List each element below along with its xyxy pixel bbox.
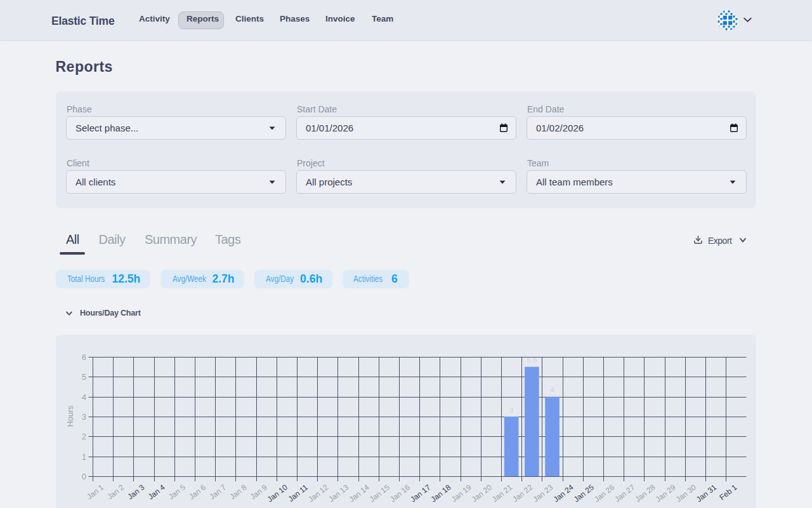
svg-text:Jan 16: Jan 16 [388,483,412,504]
svg-text:0: 0 [82,472,86,481]
svg-text:Jan 21: Jan 21 [490,483,514,504]
svg-text:Jan 27: Jan 27 [613,483,636,504]
svg-text:Jan 4: Jan 4 [147,483,167,501]
svg-text:Jan 17: Jan 17 [409,483,432,504]
svg-text:Jan 26: Jan 26 [593,483,616,504]
svg-text:2: 2 [82,432,86,441]
svg-text:Jan 2: Jan 2 [105,483,126,501]
svg-text:Jan 25: Jan 25 [572,483,596,504]
svg-text:Hours: Hours [66,406,75,427]
svg-text:Jan 18: Jan 18 [429,483,452,504]
svg-text:Jan 3: Jan 3 [126,483,147,501]
svg-text:1: 1 [82,453,86,462]
svg-text:Jan 7: Jan 7 [207,483,228,501]
svg-text:Jan 1: Jan 1 [85,483,105,501]
svg-text:Feb 1: Feb 1 [717,483,738,502]
svg-text:Jan 10: Jan 10 [266,483,289,504]
svg-text:Jan 6: Jan 6 [187,483,207,501]
svg-text:Jan 23: Jan 23 [531,483,554,504]
svg-text:Jan 15: Jan 15 [368,483,391,504]
svg-text:Jan 20: Jan 20 [470,483,494,504]
svg-text:Jan 19: Jan 19 [450,483,473,504]
svg-text:Jan 28: Jan 28 [633,483,657,504]
svg-text:Jan 12: Jan 12 [306,483,330,504]
svg-text:6: 6 [82,353,86,362]
svg-text:Jan 5: Jan 5 [167,483,187,501]
svg-text:Jan 30: Jan 30 [674,483,698,504]
svg-text:Jan 8: Jan 8 [228,483,249,501]
svg-text:4: 4 [82,393,86,402]
svg-text:Jan 11: Jan 11 [287,483,310,504]
svg-text:Jan 13: Jan 13 [327,483,350,504]
svg-text:Jan 9: Jan 9 [249,483,269,501]
svg-text:4: 4 [550,386,554,394]
svg-text:5: 5 [82,373,86,382]
svg-text:Jan 24: Jan 24 [552,483,575,504]
svg-text:Jan 31: Jan 31 [695,483,718,504]
svg-text:Jan 14: Jan 14 [348,483,371,504]
svg-text:Jan 22: Jan 22 [511,483,534,504]
svg-text:3: 3 [509,406,513,414]
svg-text:3: 3 [82,413,86,422]
svg-text:5.5: 5.5 [527,356,537,364]
svg-text:Jan 29: Jan 29 [654,483,678,504]
